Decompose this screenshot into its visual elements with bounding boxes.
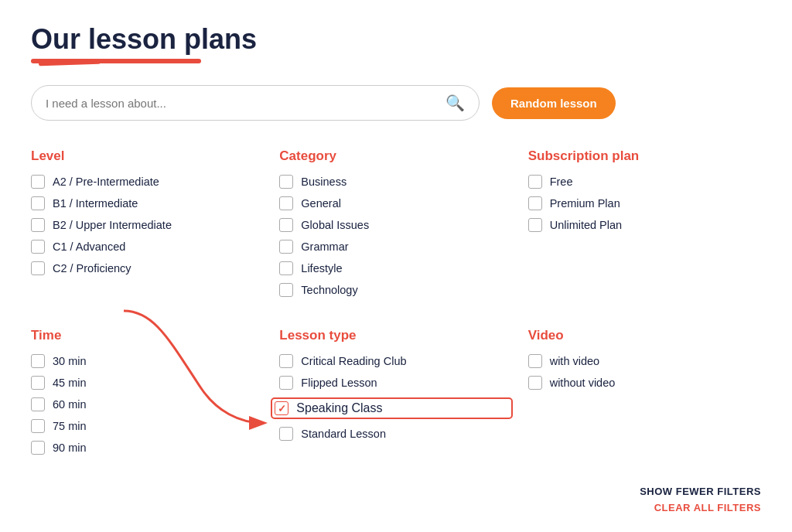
filter-item-90min[interactable]: 90 min [31,441,264,455]
filter-item-speaking[interactable]: Speaking Class [271,397,512,419]
checkbox-45min[interactable] [31,376,45,390]
label-45min: 45 min [53,377,87,389]
checkbox-b1[interactable] [31,196,45,210]
title-underline [31,59,201,63]
checkbox-c1[interactable] [31,240,45,254]
clear-filters-button[interactable]: CLEAR ALL FILTERS [654,502,761,513]
filter-item-general[interactable]: General [279,196,512,210]
label-unlimited: Unlimited Plan [550,219,623,231]
label-standard: Standard Lesson [301,428,386,440]
search-row: 🔍 Random lesson [31,85,761,121]
label-without-video: without video [550,377,616,389]
checkbox-a2[interactable] [31,175,45,189]
filter-group-level: Level A2 / Pre-Intermediate B1 / Interme… [31,148,264,305]
search-input[interactable] [46,97,438,110]
filter-heading-video: Video [528,328,761,343]
filter-item-unlimited[interactable]: Unlimited Plan [528,218,761,232]
checkbox-business[interactable] [279,175,293,189]
filter-item-grammar[interactable]: Grammar [279,240,512,254]
label-c1: C1 / Advanced [53,240,125,253]
checkbox-unlimited[interactable] [528,218,542,232]
checkbox-c2[interactable] [31,261,45,275]
checkbox-general[interactable] [279,196,293,210]
checkbox-critical[interactable] [279,354,293,368]
show-fewer-button[interactable]: SHOW FEWER FILTERS [640,486,761,497]
checkbox-speaking[interactable] [275,401,288,415]
label-grammar: Grammar [301,240,348,253]
filter-item-45min[interactable]: 45 min [31,376,264,390]
label-business: Business [301,176,346,188]
label-b1: B1 / Intermediate [53,197,138,210]
filter-group-subscription: Subscription plan Free Premium Plan Unli… [528,148,761,305]
checkbox-flipped[interactable] [279,376,293,390]
label-75min: 75 min [53,420,87,432]
filter-heading-time: Time [31,328,264,343]
filter-group-category: Category Business General Global Issues … [279,148,512,305]
search-box: 🔍 [31,85,480,121]
filter-item-standard[interactable]: Standard Lesson [279,427,512,441]
checkbox-without-video[interactable] [528,376,542,390]
filter-item-flipped[interactable]: Flipped Lesson [279,376,512,390]
filter-item-c2[interactable]: C2 / Proficiency [31,261,264,275]
checkbox-technology[interactable] [279,283,293,297]
filter-item-free[interactable]: Free [528,175,761,189]
filter-item-75min[interactable]: 75 min [31,419,264,433]
filter-group-video: Video with video without video [528,328,761,462]
label-free: Free [550,176,573,188]
checkbox-grammar[interactable] [279,240,293,254]
checkbox-90min[interactable] [31,441,45,455]
label-c2: C2 / Proficiency [53,262,131,275]
checkbox-60min[interactable] [31,397,45,411]
label-speaking: Speaking Class [296,401,382,415]
label-b2: B2 / Upper Intermediate [53,219,172,231]
checkbox-premium[interactable] [528,196,542,210]
label-60min: 60 min [53,398,87,411]
checkbox-lifestyle[interactable] [279,261,293,275]
filters-grid: Level A2 / Pre-Intermediate B1 / Interme… [31,148,761,462]
label-90min: 90 min [53,442,87,454]
filter-item-technology[interactable]: Technology [279,283,512,297]
filter-heading-subscription: Subscription plan [528,148,761,164]
filter-item-global[interactable]: Global Issues [279,218,512,232]
page-title: Our lesson plans [31,23,761,56]
checkbox-30min[interactable] [31,354,45,368]
label-technology: Technology [301,284,357,296]
checkbox-global[interactable] [279,218,293,232]
checkbox-75min[interactable] [31,419,45,433]
filter-item-30min[interactable]: 30 min [31,354,264,368]
checkbox-b2[interactable] [31,218,45,232]
label-critical: Critical Reading Club [301,355,406,367]
label-with-video: with video [550,355,599,367]
filter-item-b2[interactable]: B2 / Upper Intermediate [31,218,264,232]
filter-item-critical[interactable]: Critical Reading Club [279,354,512,368]
filter-group-time: Time 30 min 45 min 60 min 75 min 90 min [31,328,264,462]
filter-heading-level: Level [31,148,264,164]
filter-item-with-video[interactable]: with video [528,354,761,368]
checkbox-with-video[interactable] [528,354,542,368]
filter-heading-lesson-type: Lesson type [279,328,512,343]
label-a2: A2 / Pre-Intermediate [53,176,159,188]
random-lesson-button[interactable]: Random lesson [492,87,616,119]
filter-item-premium[interactable]: Premium Plan [528,196,761,210]
label-general: General [301,197,341,210]
label-flipped: Flipped Lesson [301,377,377,389]
filter-item-business[interactable]: Business [279,175,512,189]
filter-item-lifestyle[interactable]: Lifestyle [279,261,512,275]
label-global: Global Issues [301,219,369,231]
checkbox-standard[interactable] [279,427,293,441]
filter-item-a2[interactable]: A2 / Pre-Intermediate [31,175,264,189]
filter-item-b1[interactable]: B1 / Intermediate [31,196,264,210]
label-premium: Premium Plan [550,197,620,210]
filter-item-60min[interactable]: 60 min [31,397,264,411]
label-lifestyle: Lifestyle [301,262,342,275]
filter-item-without-video[interactable]: without video [528,376,761,390]
filter-heading-category: Category [279,148,512,164]
search-button[interactable]: 🔍 [446,94,465,112]
filter-group-lesson-type: Lesson type Critical Reading Club Flippe… [279,328,512,462]
bottom-actions: SHOW FEWER FILTERS CLEAR ALL FILTERS [31,486,761,513]
checkbox-free[interactable] [528,175,542,189]
filter-item-c1[interactable]: C1 / Advanced [31,240,264,254]
label-30min: 30 min [53,355,87,367]
